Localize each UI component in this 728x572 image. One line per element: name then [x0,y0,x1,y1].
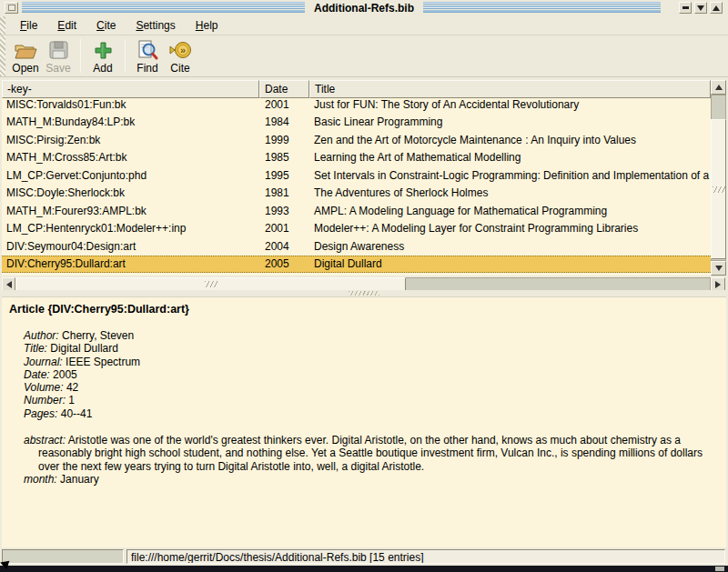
toolbar-separator [80,39,81,73]
open-button[interactable]: Open [9,35,42,76]
arrow-up-icon [715,85,723,90]
menu-edit[interactable]: Edit [50,17,84,34]
arrow-right-icon [715,281,721,288]
find-button[interactable]: Find [131,35,164,76]
cite-icon: » [168,38,192,62]
toolbar: Open Save Add [0,35,728,77]
progress-area [2,549,124,564]
menu-bar: File Edit Cite Settings Help [0,16,728,35]
field-date: Date: 2005 [24,368,717,381]
save-floppy-icon [48,38,69,62]
svg-text:»: » [180,45,186,55]
vertical-scrollbar-thumb[interactable] [711,119,726,259]
table-row[interactable]: LM_CP:Hentenryck01:Modeler++:inp2001Mode… [2,220,711,238]
field-author: Author: Cherry, Steven [24,329,717,342]
table-row[interactable]: MATH_M:Cross85:Art:bk1985Learning the Ar… [2,149,711,167]
field-title: Title: Digital Dullard [24,342,717,355]
shade-icon [697,5,704,11]
minimize-button[interactable] [679,2,692,14]
scroll-left-button[interactable] [2,277,15,291]
find-magnifier-icon [136,38,159,62]
maximize-icon [713,5,720,11]
column-header-date[interactable]: Date [259,80,309,98]
status-bar: file:///home/gerrit/Docs/thesis/Addition… [0,547,728,566]
menu-cite[interactable]: Cite [89,17,123,34]
toolbar-separator [125,39,126,73]
table-row[interactable]: MISC:Doyle:Sherlock:bk1981The Adventures… [2,185,711,203]
splitter-grip-icon [349,291,379,296]
toolbar-grip[interactable] [0,35,5,76]
desktop-edge-strip [0,566,728,572]
table-row[interactable]: MISC:Torvalds01:Fun:bk2001Just for FUN: … [2,98,711,114]
menu-help[interactable]: Help [188,17,226,34]
add-plus-icon [94,38,113,62]
maximize-button[interactable] [710,2,723,14]
column-header-title[interactable]: Title [309,80,711,98]
scroll-right-button[interactable] [711,277,725,291]
add-button[interactable]: Add [86,35,119,76]
cite-button[interactable]: » Cite [164,35,197,76]
table-row[interactable]: LM_CP:Gervet:Conjunto:phd1995Set Interva… [2,166,711,185]
menubar-grip[interactable] [0,16,5,35]
field-month: month: January [24,473,717,486]
scrollbar-grip [713,186,725,193]
arrow-down-icon [715,266,723,271]
list-viewport: MISC:Torvalds01:Fun:bk2001Just for FUN: … [2,98,711,276]
table-row[interactable]: MATH_M:Bunday84:LP:bk1984Basic Linear Pr… [2,114,711,132]
minimize-icon [682,6,689,9]
menu-settings[interactable]: Settings [128,17,182,34]
resize-grip[interactable] [715,567,724,571]
column-header-key[interactable]: -key- [2,80,259,98]
menu-file[interactable]: File [13,17,45,34]
pane-splitter[interactable] [0,290,728,296]
field-pages: Pages: 40--41 [24,407,717,420]
field-number: Number: 1 [24,394,717,406]
table-row-selected[interactable]: DIV:Cherry95:Dullard:art2005Digital Dull… [2,256,711,274]
window-title: Additional-Refs.bib [0,2,728,15]
scrollbar-grip [205,281,217,287]
field-abstract: abstract: Aristotle was one of the world… [24,434,704,473]
field-volume: Volume: 42 [24,381,717,394]
open-folder-icon [14,38,38,62]
status-text: file:///home/gerrit/Docs/thesis/Addition… [126,549,725,564]
horizontal-scrollbar-thumb[interactable] [15,277,406,291]
table-row[interactable]: MISC:Pirsig:Zen:bk1999Zen and the Art of… [2,131,711,149]
entry-heading: Article {DIV:Cherry95:Dullard:art} [9,303,717,316]
field-journal: Journal: IEEE Spectrum [24,356,717,368]
reference-list: -key- Date Title MISC:Torvalds01:Fun:bk2… [2,80,726,276]
save-button[interactable]: Save [42,35,75,76]
arrow-left-icon [6,281,12,288]
entry-detail-pane: Article {DIV:Cherry95:Dullard:art} Autho… [2,296,726,547]
scroll-up-button[interactable] [711,80,726,95]
table-row[interactable]: MATH_M:Fourer93:AMPL:bk1993AMPL: A Model… [2,202,711,220]
table-row[interactable]: DIV:Seymour04:Design:art2004Design Aware… [2,237,711,256]
title-bar[interactable]: Additional-Refs.bib [0,0,728,16]
scroll-down-button[interactable] [711,261,726,276]
shade-button[interactable] [694,2,707,14]
